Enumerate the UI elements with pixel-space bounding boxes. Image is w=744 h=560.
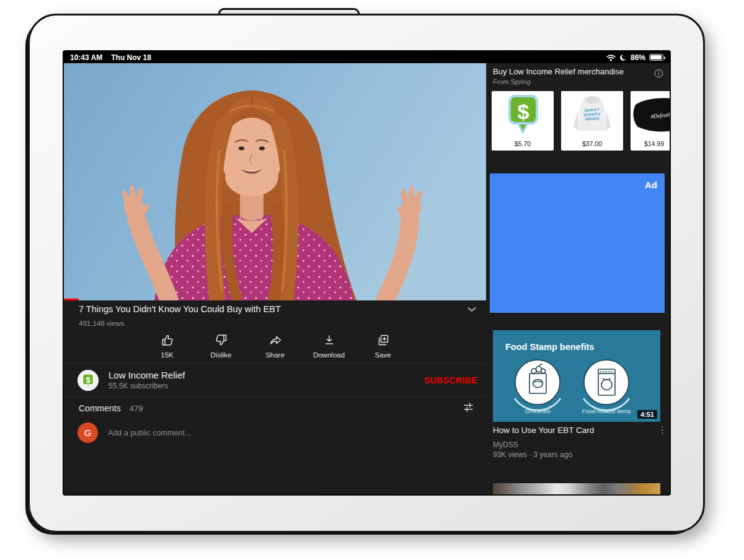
video-player[interactable]	[64, 63, 486, 300]
video-frame-presenter	[64, 63, 486, 300]
merch-card-hoodie[interactable]: BIPPITY BOPPITY BROKE $37.00	[561, 91, 623, 151]
comments-sort-button[interactable]	[463, 402, 474, 415]
channel-subscribers: 55.5K subscribers	[108, 382, 185, 390]
svg-text:Food Stamp benefits: Food Stamp benefits	[505, 342, 594, 352]
next-video-thumbnail-partial[interactable]	[493, 483, 660, 494]
share-button[interactable]: Share	[248, 333, 302, 359]
suggested-video-thumbnail[interactable]: Food Stamp benefits	[493, 330, 660, 422]
ad-banner[interactable]: Ad	[490, 173, 665, 313]
kebab-menu-icon[interactable]: ⋮	[658, 425, 667, 434]
tablet-screen: 10:43 AM Thu Nov 18	[64, 51, 670, 494]
suggestions-sidebar: Buy Low Income Relief merchandise From S…	[490, 63, 670, 494]
wifi-icon	[606, 54, 616, 61]
sort-icon	[463, 402, 474, 415]
save-button[interactable]: Save	[356, 333, 410, 359]
download-icon	[322, 333, 336, 348]
comments-header-row[interactable]: Comments 479	[64, 397, 486, 419]
save-playlist-icon	[376, 333, 390, 348]
ad-badge: Ad	[645, 180, 657, 190]
share-label: Share	[265, 351, 285, 359]
duration-badge: 4:51	[637, 410, 657, 419]
thumbs-down-icon	[215, 333, 228, 348]
tablet-device-frame: 10:43 AM Thu Nov 18	[28, 14, 705, 533]
suggested-video-title[interactable]: How to Use Your EBT Card	[493, 426, 649, 435]
svg-text:BROKE: BROKE	[585, 116, 600, 121]
svg-text:Groceries: Groceries	[525, 408, 550, 414]
subscribe-button[interactable]: SUBSCRIBE	[424, 375, 477, 385]
channel-avatar[interactable]: $	[78, 370, 99, 391]
like-button[interactable]: 15K	[140, 333, 194, 359]
comments-count: 479	[130, 404, 143, 413]
comments-header: Comments	[79, 403, 121, 413]
do-not-disturb-moon-icon	[619, 54, 627, 61]
merch-card-fanny-pack[interactable]: #DefeatPo $14.99	[631, 91, 670, 151]
watch-column: 7 Things You Didn't Know You Could Buy w…	[64, 63, 486, 494]
status-date: Thu Nov 18	[111, 53, 151, 62]
like-count: 15K	[161, 351, 173, 359]
svg-text:$: $	[518, 100, 529, 123]
view-count: 491,148 views	[79, 320, 125, 327]
merch-card-list: $ $5.70 BIPPITY BOPPITY	[490, 91, 670, 151]
info-button[interactable]	[654, 69, 663, 81]
info-icon	[654, 69, 663, 81]
svg-text:Food-related items: Food-related items	[582, 408, 631, 414]
video-progress-bar[interactable]	[64, 299, 79, 300]
thumbs-up-icon	[161, 333, 174, 348]
fanny-pack-image: #DefeatPo	[631, 91, 670, 136]
battery-percent: 86%	[631, 53, 645, 62]
merch-price: $5.70	[492, 140, 554, 147]
merch-price: $14.99	[640, 140, 668, 147]
share-icon	[268, 333, 282, 348]
action-bar: 15K Dislike	[64, 333, 486, 359]
download-button[interactable]: Download	[302, 333, 356, 359]
page-background: 10:43 AM Thu Nov 18	[0, 0, 744, 560]
comment-input-row[interactable]: G Add a public comment...	[78, 422, 191, 443]
status-bar: 10:43 AM Thu Nov 18	[64, 51, 670, 63]
chevron-down-icon[interactable]	[467, 307, 476, 312]
dislike-button[interactable]: Dislike	[194, 333, 248, 359]
merch-shelf-source: From Spring	[493, 78, 531, 85]
merch-price: $37.00	[561, 140, 623, 147]
suggested-video-meta: 93K views · 3 years ago	[493, 450, 572, 459]
svg-text:$: $	[86, 375, 91, 384]
suggested-video-channel: MyDSS	[493, 440, 518, 449]
merch-card-sticker[interactable]: $ $5.70	[492, 91, 554, 151]
download-label: Download	[313, 351, 345, 359]
channel-name: Low Income Relief	[108, 370, 185, 380]
save-label: Save	[374, 351, 391, 359]
merch-shelf-title: Buy Low Income Relief merchandise	[493, 67, 648, 76]
user-avatar[interactable]: G	[78, 422, 98, 443]
channel-row[interactable]: $ Low Income Relief 55.5K subscribers SU…	[64, 364, 486, 396]
status-time: 10:43 AM	[70, 53, 102, 62]
battery-icon	[649, 54, 663, 61]
video-title: 7 Things You Didn't Know You Could Buy w…	[79, 304, 281, 314]
hoodie-image: BIPPITY BOPPITY BROKE	[561, 91, 623, 136]
dislike-label: Dislike	[211, 351, 232, 359]
dollar-sticker-image: $	[492, 91, 554, 136]
comment-placeholder: Add a public comment...	[108, 429, 191, 437]
